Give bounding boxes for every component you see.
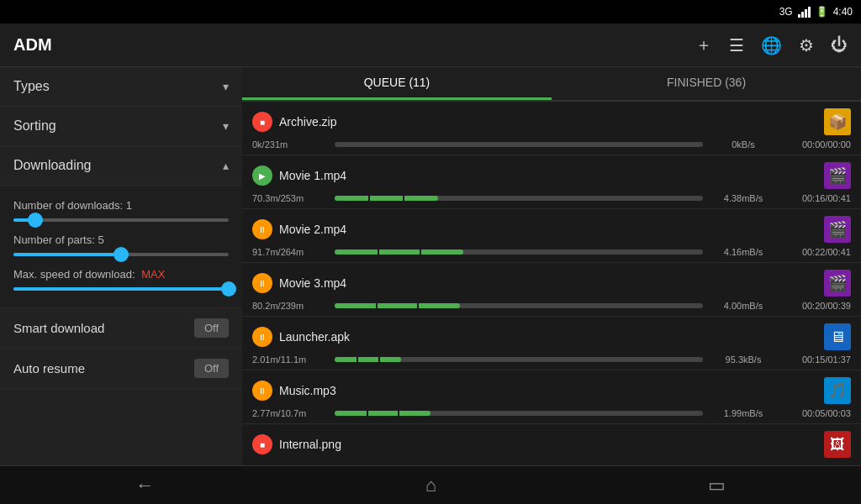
download-thumb-4: 🖥 xyxy=(824,323,851,350)
download-thumb-2: 🎬 xyxy=(824,216,851,243)
status-icon-0[interactable]: ■ xyxy=(252,112,272,132)
smart-download-label: Smart download xyxy=(13,321,104,335)
speed-1: 4.38mB/s xyxy=(710,193,777,203)
sidebar-downloading-label: Downloading xyxy=(13,158,92,173)
auto-resume-label: Auto resume xyxy=(13,361,85,375)
tabs-bar: QUEUE (11) FINISHED (36) xyxy=(242,67,861,102)
status-bar: 3G 🔋 4:40 xyxy=(0,0,861,24)
progress-bar-3 xyxy=(335,303,703,308)
status-icon-6[interactable]: ■ xyxy=(252,434,272,454)
smart-download-row: Smart download Off xyxy=(0,308,242,349)
num-downloads-slider[interactable] xyxy=(13,218,229,222)
download-item[interactable]: ■ Archive.zip 📦 0k/231m 0kB/s 00:00/00:0… xyxy=(242,102,861,155)
content-area: QUEUE (11) FINISHED (36) ■ Archive.zip 📦… xyxy=(242,67,861,465)
max-speed-value: MAX xyxy=(141,268,165,281)
toolbar: ADM ＋ ☰ 🌐 ⚙ ⏻ xyxy=(0,24,861,67)
download-name-0: Archive.zip xyxy=(279,115,824,129)
download-name-1: Movie 1.mp4 xyxy=(279,169,824,182)
types-chevron-icon: ▾ xyxy=(223,80,229,93)
speed-0: 0kB/s xyxy=(710,139,777,150)
num-parts-slider[interactable] xyxy=(13,253,229,256)
auto-resume-row: Auto resume Off xyxy=(0,349,242,389)
download-name-4: Launcher.apk xyxy=(279,330,824,344)
size-info-5: 2.77m/10.7m xyxy=(252,408,328,418)
time-0: 00:00/00:00 xyxy=(784,139,851,150)
back-button[interactable]: ← xyxy=(119,468,171,503)
download-item[interactable]: ■ Internal.png 🖼 xyxy=(242,424,861,465)
progress-bar-1 xyxy=(335,196,703,201)
status-icon-2[interactable]: ⏸ xyxy=(252,219,272,239)
download-name-6: Internal.png xyxy=(279,438,824,451)
power-button[interactable]: ⏻ xyxy=(831,35,848,55)
sidebar-types-header[interactable]: Types ▾ xyxy=(0,67,242,107)
download-thumb-6: 🖼 xyxy=(824,431,851,458)
num-downloads-label: Number of downloads: 1 xyxy=(13,199,229,212)
max-speed-slider[interactable] xyxy=(13,287,229,291)
num-parts-label: Number of parts: 5 xyxy=(13,234,229,246)
globe-button[interactable]: 🌐 xyxy=(761,35,782,55)
max-speed-label: Max. speed of download: MAX xyxy=(13,268,229,281)
settings-button[interactable]: ⚙ xyxy=(799,35,814,55)
size-info-0: 0k/231m xyxy=(252,139,328,150)
speed-4: 95.3kB/s xyxy=(710,354,777,365)
recents-button[interactable]: ▭ xyxy=(691,468,742,503)
speed-2: 4.16mB/s xyxy=(710,247,777,257)
downloading-chevron-icon: ▴ xyxy=(223,159,229,172)
progress-bar-5 xyxy=(335,411,703,416)
download-thumb-0: 📦 xyxy=(824,108,851,135)
speed-3: 4.00mB/s xyxy=(710,301,777,311)
download-thumb-1: 🎬 xyxy=(824,162,851,189)
time-3: 00:20/00:39 xyxy=(784,301,851,311)
size-info-2: 91.7m/264m xyxy=(252,247,328,257)
app-title: ADM xyxy=(13,35,695,55)
download-item[interactable]: ⏸ Launcher.apk 🖥 2.01m/11.1m 95.3kB/s 00… xyxy=(242,317,861,370)
download-item[interactable]: ⏸ Music.mp3 🎵 2.77m/10.7m 1.99mB/s 00:05… xyxy=(242,370,861,424)
download-thumb-3: 🎬 xyxy=(824,270,851,297)
download-name-5: Music.mp3 xyxy=(279,384,824,397)
size-info-3: 80.2m/239m xyxy=(252,301,328,311)
auto-resume-toggle[interactable]: Off xyxy=(194,359,229,378)
sidebar-sorting-label: Sorting xyxy=(13,118,56,134)
speed-5: 1.99mB/s xyxy=(710,408,777,418)
download-thumb-5: 🎵 xyxy=(824,377,851,404)
size-info-1: 70.3m/253m xyxy=(252,193,328,203)
bottom-nav: ← ⌂ ▭ xyxy=(0,465,861,504)
time-2: 00:22/00:41 xyxy=(784,247,851,257)
sidebar: Types ▾ Sorting ▾ Downloading ▴ Number o… xyxy=(0,67,242,465)
time-5: 00:05/00:03 xyxy=(784,408,851,418)
toolbar-icons: ＋ ☰ 🌐 ⚙ ⏻ xyxy=(695,34,848,56)
download-name-2: Movie 2.mp4 xyxy=(279,223,824,236)
time-1: 00:16/00:41 xyxy=(784,193,851,203)
battery-icon: 🔋 xyxy=(816,6,828,18)
status-icon-4[interactable]: ⏸ xyxy=(252,327,272,347)
sidebar-types-label: Types xyxy=(13,79,50,94)
status-icon-1[interactable]: ▶ xyxy=(252,165,272,186)
add-button[interactable]: ＋ xyxy=(695,34,712,56)
signal-icon xyxy=(798,7,811,18)
download-item[interactable]: ▶ Movie 1.mp4 🎬 70.3m/253m 4.38mB/s 00:1… xyxy=(242,155,861,209)
tab-queue[interactable]: QUEUE (11) xyxy=(242,67,552,100)
status-icon-5[interactable]: ⏸ xyxy=(252,381,272,401)
clock: 4:40 xyxy=(833,6,853,18)
download-name-3: Movie 3.mp4 xyxy=(279,276,824,290)
smart-download-toggle[interactable]: Off xyxy=(194,318,229,338)
download-item[interactable]: ⏸ Movie 2.mp4 🎬 91.7m/264m 4.16mB/s 00:2… xyxy=(242,209,861,263)
tab-finished[interactable]: FINISHED (36) xyxy=(552,67,861,100)
downloading-content: Number of downloads: 1 Number of parts: … xyxy=(0,186,242,308)
main-layout: Types ▾ Sorting ▾ Downloading ▴ Number o… xyxy=(0,67,861,465)
size-info-4: 2.01m/11.1m xyxy=(252,354,328,365)
home-button[interactable]: ⌂ xyxy=(409,468,453,503)
sidebar-downloading-header[interactable]: Downloading ▴ xyxy=(0,146,242,186)
time-4: 00:15/01:37 xyxy=(784,354,851,365)
progress-bar-2 xyxy=(335,249,703,255)
sorting-chevron-icon: ▾ xyxy=(223,119,229,133)
download-list: ■ Archive.zip 📦 0k/231m 0kB/s 00:00/00:0… xyxy=(242,102,861,465)
menu-button[interactable]: ☰ xyxy=(729,35,744,55)
download-item[interactable]: ⏸ Movie 3.mp4 🎬 80.2m/239m 4.00mB/s 00:2… xyxy=(242,263,861,317)
network-type: 3G xyxy=(779,6,793,18)
status-icon-3[interactable]: ⏸ xyxy=(252,273,272,293)
progress-bar-0 xyxy=(335,142,703,147)
sidebar-sorting-header[interactable]: Sorting ▾ xyxy=(0,107,242,146)
progress-bar-4 xyxy=(335,357,703,362)
